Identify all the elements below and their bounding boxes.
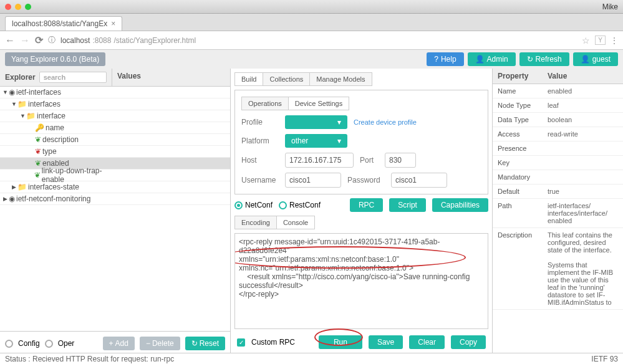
script-button[interactable]: Script (389, 198, 426, 212)
url-field[interactable]: localhost:8088/static/YangExplorer.html (60, 36, 577, 45)
help-button[interactable]: ?Help (427, 52, 463, 66)
host-label: Host (241, 156, 279, 165)
tree-label: description (42, 135, 79, 144)
sub-tabs: OperationsDevice Settings (241, 97, 349, 110)
prop-value: leaf (543, 98, 623, 113)
prop-name: Mandatory (493, 170, 543, 184)
restconf-radio[interactable]: RestConf (279, 201, 321, 209)
browser-tabstrip: localhost:8088/static/YangEx × (0, 14, 623, 31)
status-bar: Status : Recieved HTTP Result for reques… (0, 353, 623, 364)
main-area: Explorer search Values ▼◉ ietf-interface… (0, 69, 623, 355)
prop-name: Default (493, 184, 543, 199)
tab-encoding[interactable]: Encoding (235, 216, 277, 229)
tree-node[interactable]: ▼📁 interfaces (0, 98, 230, 110)
oper-radio[interactable] (45, 340, 53, 348)
close-icon[interactable] (5, 4, 11, 10)
tree-node[interactable]: ▼📁 interface (0, 110, 230, 122)
status-text: Status : Recieved HTTP Result for reques… (5, 355, 174, 363)
port-input[interactable] (385, 153, 416, 168)
tab-console[interactable]: Console (277, 216, 314, 229)
status-right: IETF 93 (591, 355, 618, 363)
delete-button[interactable]: −Delete (140, 337, 180, 350)
prop-name: Description (493, 228, 543, 310)
config-radio[interactable] (5, 340, 13, 348)
prop-value: enabled (543, 84, 623, 98)
tree-label: interfaces-state (28, 183, 79, 191)
window-controls[interactable] (5, 4, 31, 10)
tree-node[interactable]: 🔑 name (0, 122, 230, 134)
password-input[interactable] (391, 173, 447, 188)
run-button[interactable]: Run (319, 335, 362, 349)
tab-close-icon[interactable]: × (111, 19, 115, 28)
save-button[interactable]: Save (369, 335, 403, 349)
add-button[interactable]: +Add (103, 337, 135, 350)
leafr-icon: ❦ (35, 147, 41, 156)
tree-node[interactable]: ▼◉ ietf-interfaces (0, 87, 230, 98)
reload-icon[interactable]: ⟳ (35, 34, 43, 46)
netconf-radio[interactable]: NetConf (234, 201, 273, 209)
custom-rpc-label: Custom RPC (251, 338, 295, 347)
tree-node[interactable]: ▶📁 interfaces-state (0, 181, 230, 193)
refresh-icon: ↻ (527, 55, 533, 64)
property-panel: PropertyValue NameenabledNode TypeleafDa… (492, 69, 623, 355)
property-row: Mandatory (493, 170, 623, 184)
password-label: Password (347, 176, 385, 184)
explorer-header: Explorer search (0, 69, 112, 86)
search-input[interactable]: search (39, 72, 107, 83)
platform-select[interactable]: other▾ (285, 134, 347, 148)
maximize-icon[interactable] (25, 4, 31, 10)
tab-collections[interactable]: Collections (263, 73, 310, 85)
prop-value: boolean (543, 113, 623, 127)
info-icon[interactable]: ⓘ (48, 35, 56, 46)
top-tabs: BuildCollectionsManage Models (234, 72, 372, 86)
rpc-button[interactable]: RPC (350, 198, 383, 212)
console-output[interactable]: <rpc-reply message-id="urn:uuid:1c492015… (234, 233, 488, 329)
refresh-button[interactable]: ↻Refresh (519, 52, 569, 66)
profile-select[interactable]: ▾ (285, 115, 347, 129)
username-input[interactable] (285, 173, 341, 188)
copy-button[interactable]: Copy (451, 335, 486, 349)
property-row: DescriptionThis leaf contains the config… (493, 228, 623, 310)
tab-title: localhost:8088/static/YangEx (12, 19, 107, 28)
host-input[interactable] (285, 153, 354, 168)
tab-operations[interactable]: Operations (242, 97, 289, 110)
property-row: Node Typeleaf (493, 98, 623, 113)
create-profile-link[interactable]: Create device profile (354, 118, 417, 126)
tree-node[interactable]: ❦ description (0, 134, 230, 146)
oper-label: Oper (58, 339, 75, 348)
bookmark-icon[interactable]: ☆ (582, 36, 590, 46)
reset-button[interactable]: ↻Reset (185, 337, 225, 350)
leaf-icon: ❦ (35, 135, 41, 144)
platform-label: Platform (241, 136, 279, 145)
admin-button[interactable]: 👤Admin (468, 52, 516, 66)
prop-value (543, 170, 623, 184)
ext-icon[interactable]: Y (595, 36, 606, 45)
app-toolbar: Yang Explorer 0.6.0 (Beta) ?Help 👤Admin … (0, 50, 623, 69)
guest-button[interactable]: 👤guest (573, 52, 618, 66)
custom-rpc-checkbox[interactable]: ✓ (237, 338, 245, 347)
browser-tab[interactable]: localhost:8088/static/YangEx × (5, 16, 122, 31)
minimize-icon[interactable] (15, 4, 21, 10)
port-label: Port (360, 156, 379, 165)
back-icon[interactable]: ← (5, 35, 15, 46)
tab-build[interactable]: Build (235, 73, 263, 85)
tab-manage-models[interactable]: Manage Models (310, 73, 371, 85)
fold-icon: 📁 (26, 112, 36, 120)
prop-name: Node Type (493, 98, 543, 113)
tree-node[interactable]: ❦ type (0, 146, 230, 158)
menu-icon[interactable]: ⋮ (611, 36, 618, 45)
tree-node[interactable]: ❦ link-up-down-trap-enable (0, 170, 230, 181)
fold-icon: 📁 (17, 183, 27, 191)
chevron-down-icon: ▾ (337, 118, 341, 127)
capabilities-button[interactable]: Capabilities (432, 198, 488, 212)
window-titlebar: Mike (0, 0, 623, 14)
model-tree[interactable]: ▼◉ ietf-interfaces▼📁 interfaces▼📁 interf… (0, 87, 230, 331)
forward-icon[interactable]: → (20, 35, 30, 46)
clear-button[interactable]: Clear (409, 335, 445, 349)
prop-value (543, 141, 623, 156)
tab-device-settings[interactable]: Device Settings (289, 97, 349, 110)
url-path: /static/YangExplorer.html (113, 36, 196, 45)
url-host: localhost (60, 36, 90, 45)
username-label: Username (241, 176, 279, 184)
tree-node[interactable]: ▶◉ ietf-netconf-monitoring (0, 193, 230, 205)
